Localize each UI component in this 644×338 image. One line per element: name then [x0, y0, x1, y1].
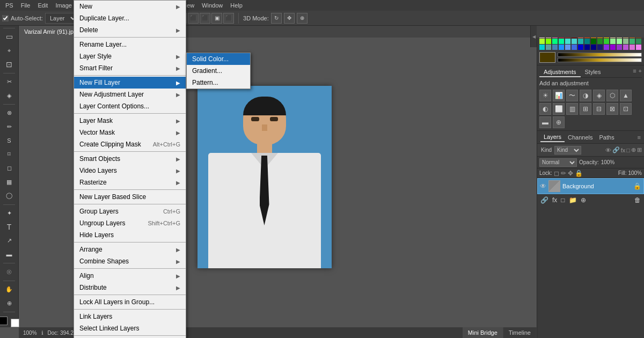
- selective-color-adj-icon[interactable]: ⊕: [553, 116, 565, 128]
- fill-value[interactable]: 100%: [628, 170, 642, 176]
- panel-collapse-button[interactable]: ◀: [530, 26, 537, 47]
- menu-layer-content-options[interactable]: Layer Content Options...: [74, 100, 186, 112]
- layer-fx-icon[interactable]: fx: [621, 147, 626, 153]
- channelmix-adj-icon[interactable]: ▥: [566, 103, 578, 115]
- swatch-lightgreen[interactable]: [610, 39, 616, 44]
- brush-tool-btn[interactable]: ✏: [2, 121, 16, 134]
- colorlookup-adj-icon[interactable]: ⊞: [580, 103, 591, 115]
- eyedropper-tool-btn[interactable]: ◈: [2, 89, 16, 102]
- swatch-mediumspringgreen[interactable]: [559, 39, 564, 44]
- lock-position-icon[interactable]: ✥: [568, 170, 573, 177]
- swatch-royalblue[interactable]: [572, 45, 577, 50]
- layers-tab-label[interactable]: Layers: [540, 133, 565, 142]
- swatch-medorchid[interactable]: [623, 45, 628, 50]
- brightness-adj-icon[interactable]: ☀: [539, 90, 551, 101]
- channels-tab-label[interactable]: Channels: [565, 133, 596, 142]
- swatch-darkblue[interactable]: [584, 45, 590, 50]
- layer-adj-icon[interactable]: ⊕: [631, 146, 636, 153]
- menu-vector-mask[interactable]: Vector Mask ▶: [74, 127, 186, 138]
- path-select-tool-btn[interactable]: ↗: [2, 234, 16, 247]
- menu-window[interactable]: Window: [199, 1, 226, 10]
- adjustments-tab[interactable]: Adjustments: [539, 68, 581, 77]
- swatch-medturquoise[interactable]: [572, 39, 577, 44]
- 3d-rotate-btn[interactable]: ↻: [271, 13, 282, 24]
- posterize-adj-icon[interactable]: ⊠: [606, 103, 618, 115]
- quick-select-tool-btn[interactable]: ⊡: [2, 58, 16, 71]
- kind-dropdown[interactable]: Kind: [554, 146, 581, 155]
- invert-adj-icon[interactable]: ⊟: [593, 103, 605, 115]
- create-adj-layer-btn[interactable]: ⊕: [580, 196, 587, 204]
- lock-all-icon[interactable]: 🔒: [575, 170, 583, 177]
- menu-ps[interactable]: PS: [2, 1, 17, 10]
- hand-tool-btn[interactable]: ✋: [2, 283, 16, 296]
- timeline-tab[interactable]: Timeline: [503, 327, 537, 338]
- swatch-lightseagreen[interactable]: [578, 39, 583, 44]
- menu-rasterize[interactable]: Rasterize ▶: [74, 177, 186, 188]
- layer-visibility-icon[interactable]: 👁: [605, 147, 611, 153]
- auto-select-checkbox[interactable]: [2, 15, 9, 21]
- menu-new-layer-based-slice[interactable]: New Layer Based Slice: [74, 191, 186, 203]
- align-middle-btn[interactable]: ▣: [211, 13, 222, 24]
- menu-delete[interactable]: Delete ▶: [74, 24, 186, 36]
- swatch-steelblue[interactable]: [552, 45, 558, 50]
- gradient-map-adj-icon[interactable]: ▬: [539, 116, 551, 128]
- menu-layer-mask[interactable]: Layer Mask ▶: [74, 115, 186, 127]
- swatch-violet[interactable]: [636, 45, 641, 50]
- menu-combine-shapes[interactable]: Combine Shapes ▶: [74, 255, 186, 267]
- swatch-springgreen[interactable]: [552, 39, 558, 44]
- menu-duplicate-layer[interactable]: Duplicate Layer...: [74, 12, 186, 24]
- layer-visibility-eye[interactable]: 👁: [540, 182, 546, 190]
- menu-distribute[interactable]: Distribute ▶: [74, 282, 186, 293]
- foreground-color[interactable]: [0, 317, 8, 325]
- swatch-darkseagreen[interactable]: [623, 39, 628, 44]
- layer-grid-icon[interactable]: ⊞: [637, 146, 642, 153]
- add-mask-btn[interactable]: □: [560, 196, 566, 204]
- layer-mask-icon[interactable]: □: [626, 147, 630, 153]
- vibrance-adj-icon[interactable]: ◈: [593, 90, 605, 101]
- delete-layer-btn[interactable]: 🗑: [633, 196, 642, 204]
- menu-ungroup-layers[interactable]: Ungroup Layers Shift+Ctrl+G: [74, 217, 186, 229]
- link-layers-btn[interactable]: 🔗: [539, 196, 550, 204]
- swatch-darkorchid[interactable]: [617, 45, 622, 50]
- 3d-zoom-btn[interactable]: ⊕: [297, 13, 308, 24]
- blend-mode-dropdown[interactable]: Normal: [539, 158, 577, 167]
- healing-tool-btn[interactable]: ⊗: [2, 107, 16, 120]
- swatch-darkviolet[interactable]: [610, 45, 616, 50]
- menu-link-layers[interactable]: Link Layers: [74, 311, 186, 322]
- 3d-pan-btn[interactable]: ✥: [284, 13, 295, 24]
- menu-new[interactable]: New ▶: [74, 1, 186, 12]
- zoom-tool-btn[interactable]: ⊕: [2, 297, 16, 310]
- menu-help[interactable]: Help: [227, 1, 246, 10]
- menu-create-clipping-mask[interactable]: Create Clipping Mask Alt+Ctrl+G: [74, 138, 186, 150]
- swatch-blueviolet[interactable]: [604, 45, 609, 50]
- pattern-option[interactable]: Pattern...: [187, 77, 250, 89]
- stamp-tool-btn[interactable]: S: [2, 134, 16, 147]
- create-group-btn[interactable]: 📁: [568, 196, 578, 204]
- color-gradient-bar[interactable]: [558, 53, 642, 62]
- crop-tool-btn[interactable]: ✂: [2, 76, 16, 89]
- lasso-tool-btn[interactable]: ⌖: [2, 44, 16, 57]
- shape-tool-btn[interactable]: ▬: [2, 248, 16, 261]
- swatch-cornflowerblue[interactable]: [565, 45, 570, 50]
- swatch-dodgerblue[interactable]: [559, 45, 564, 50]
- background-color[interactable]: [11, 319, 19, 327]
- menu-file[interactable]: File: [18, 1, 34, 10]
- layer-item-background[interactable]: 👁 Background 🔒: [537, 178, 644, 194]
- swatch-darkturquoise[interactable]: [539, 45, 545, 50]
- solid-color-option[interactable]: Solid Color...: [187, 53, 250, 65]
- paths-tab-label[interactable]: Paths: [596, 133, 618, 142]
- swatch-navy[interactable]: [591, 45, 596, 50]
- menu-new-adjustment-layer[interactable]: New Adjustment Layer ▶: [74, 89, 186, 100]
- swatch-greenyellow[interactable]: [539, 39, 545, 44]
- styles-tab[interactable]: Styles: [581, 68, 605, 77]
- opacity-value[interactable]: 100%: [601, 159, 615, 165]
- align-bottom-btn[interactable]: ⬛: [223, 13, 234, 24]
- lock-transparent-icon[interactable]: ◻: [554, 170, 559, 177]
- layer-link-icon[interactable]: 🔗: [612, 146, 620, 153]
- menu-new-fill-layer[interactable]: New Fill Layer ▶: [74, 77, 186, 89]
- history-brush-btn[interactable]: ⌑: [2, 148, 16, 161]
- swatch-limegreen[interactable]: [604, 39, 609, 44]
- menu-smart-filter[interactable]: Smart Filter ▶: [74, 62, 186, 74]
- gradient-option[interactable]: Gradient...: [187, 65, 250, 77]
- menu-video-layers[interactable]: Video Layers ▶: [74, 165, 186, 177]
